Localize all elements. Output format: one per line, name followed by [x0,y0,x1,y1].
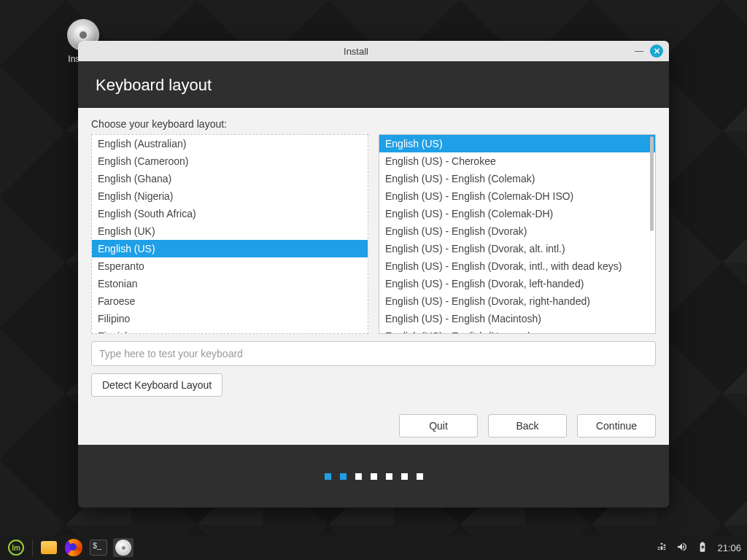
layout-language-item[interactable]: Filipino [92,310,368,327]
installer-body: Choose your keyboard layout: English (Au… [78,108,669,445]
page-title: Keyboard layout [78,61,669,108]
taskbar: $_ 21:06 [0,535,747,560]
layout-variant-item[interactable]: English (US) - English (Dvorak, intl., w… [379,257,655,275]
wizard-progress [78,445,669,508]
progress-dot [386,473,392,480]
installer-window: Install — ✕ Keyboard layout Choose your … [78,41,669,508]
window-title: Install [84,46,628,57]
terminal-icon: $_ [90,540,107,556]
layout-language-item[interactable]: English (Ghana) [92,170,368,187]
layout-variant-item[interactable]: English (US) - English (Dvorak, alt. int… [379,240,655,257]
mint-logo-icon [8,540,24,556]
start-menu-button[interactable] [6,538,26,557]
layout-language-item[interactable]: English (Nigeria) [92,187,368,205]
layout-variant-list[interactable]: English (US)English (US) - CherokeeEngli… [379,134,656,334]
layout-language-item[interactable]: English (Cameroon) [92,152,368,170]
layout-language-item[interactable]: English (UK) [92,222,368,240]
layout-variant-item[interactable]: English (US) - English (Colemak-DH ISO) [379,187,655,205]
keyboard-test-input[interactable] [91,341,656,366]
disc-icon [115,540,131,556]
layout-variant-item[interactable]: English (US) - English (Norman) [379,327,655,333]
progress-dot [371,473,377,480]
volume-icon[interactable] [676,541,688,555]
progress-dot [355,473,362,480]
layout-language-item[interactable]: English (US) [92,240,368,257]
folder-icon [41,541,57,554]
quit-button[interactable]: Quit [399,414,478,438]
firefox-app[interactable] [63,538,84,557]
taskbar-separator [32,540,33,556]
layout-variant-item[interactable]: English (US) - English (Dvorak, left-han… [379,275,655,292]
clock[interactable]: 21:06 [717,542,741,553]
files-app[interactable] [39,538,59,557]
keyboard-prompt: Choose your keyboard layout: [91,118,656,130]
layout-variant-item[interactable]: English (US) [379,135,655,152]
layout-variant-item[interactable]: English (US) - English (Macintosh) [379,310,655,327]
progress-dot [417,473,423,480]
progress-dot [340,473,347,480]
continue-button[interactable]: Continue [577,414,656,438]
detect-keyboard-button[interactable]: Detect Keyboard Layout [91,373,222,397]
minimize-button[interactable]: — [632,44,646,58]
layout-language-list[interactable]: English (Australian)English (Cameroon)En… [91,134,368,334]
layout-language-item[interactable]: English (South Africa) [92,205,368,222]
layout-variant-item[interactable]: English (US) - English (Colemak) [379,170,655,187]
layout-language-item[interactable]: Estonian [92,275,368,292]
layout-language-item[interactable]: English (Australian) [92,135,368,152]
installer-task[interactable] [113,538,133,557]
wizard-nav: Quit Back Continue [91,414,656,438]
keyboard-lists: English (Australian)English (Cameroon)En… [91,134,656,334]
back-button[interactable]: Back [488,414,567,438]
progress-dot [401,473,408,480]
system-tray: 21:06 [656,541,741,555]
layout-variant-item[interactable]: English (US) - English (Colemak-DH) [379,205,655,222]
layout-language-item[interactable]: Finnish [92,327,368,333]
close-button[interactable]: ✕ [650,44,663,58]
layout-language-item[interactable]: Esperanto [92,257,368,275]
layout-variant-item[interactable]: English (US) - English (Dvorak) [379,222,655,240]
layout-variant-item[interactable]: English (US) - Cherokee [379,152,655,170]
window-titlebar[interactable]: Install — ✕ [78,41,669,61]
layout-language-item[interactable]: Faroese [92,292,368,310]
terminal-app[interactable]: $_ [88,538,109,557]
network-icon[interactable] [656,541,667,555]
variant-list-scrollbar[interactable] [650,136,654,231]
progress-dot [325,473,331,480]
battery-icon[interactable] [697,541,708,555]
firefox-icon [65,539,82,556]
layout-variant-item[interactable]: English (US) - English (Dvorak, right-ha… [379,292,655,310]
